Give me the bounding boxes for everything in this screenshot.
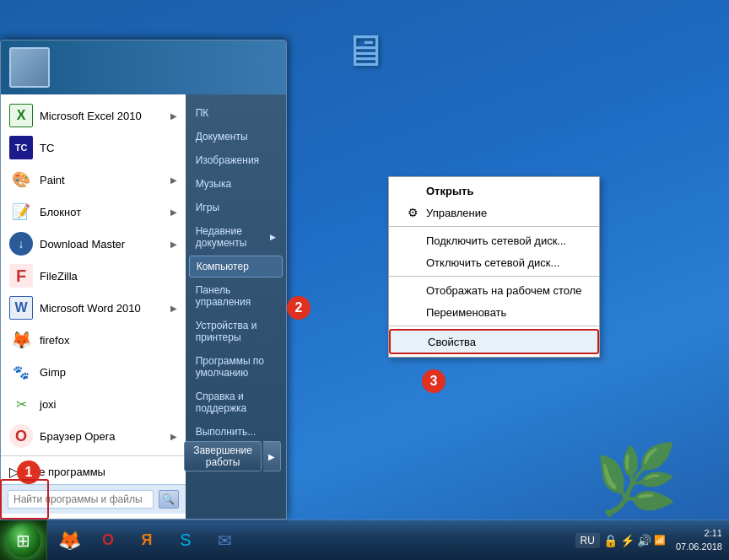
start-menu-item-filezilla[interactable]: F FileZilla <box>1 260 186 292</box>
start-menu-item-joxi[interactable]: ✂ joxi <box>1 388 186 420</box>
start-menu-search: 🔍 <box>1 484 186 514</box>
right-item-computer[interactable]: Компьютер <box>189 256 283 277</box>
right-item-images[interactable]: Изображения <box>186 148 286 172</box>
joxi-label: joxi <box>40 398 57 411</box>
pk-label: ПК <box>196 107 209 119</box>
ctx-manage-label: Управление <box>426 207 487 219</box>
right-item-panel[interactable]: Панель управления <box>186 278 286 314</box>
systray-icon-3: 🔊 <box>637 534 651 547</box>
shutdown-arrow-button[interactable]: ▶ <box>263 441 281 471</box>
right-item-docs[interactable]: Документы <box>186 125 286 148</box>
start-menu-item-gimp[interactable]: 🐾 Gimp <box>1 356 186 388</box>
disconnect-icon <box>406 256 419 269</box>
right-item-recent[interactable]: Недавние документы ▶ <box>186 219 286 255</box>
excel-icon: X <box>9 104 33 127</box>
start-menu-item-tc[interactable]: TC TC <box>1 132 186 164</box>
ctx-disconnect-label: Отключить сетевой диск... <box>426 256 559 269</box>
start-menu-body: X Microsoft Excel 2010 ▶ TC TC 🎨 Paint ▶ <box>1 94 286 519</box>
right-item-devices[interactable]: Устройства и принтеры <box>186 314 286 349</box>
ctx-open-label: Открыть <box>426 185 473 197</box>
right-item-games[interactable]: Игры <box>186 196 286 219</box>
right-item-help[interactable]: Справка и поддержка <box>186 385 286 420</box>
start-orb: ⊞ <box>7 524 40 557</box>
start-menu-item-paint[interactable]: 🎨 Paint ▶ <box>1 164 186 196</box>
ctx-show-desktop[interactable]: Отображать на рабочем столе <box>389 279 599 301</box>
ctx-map-drive[interactable]: Подключить сетевой диск... <box>389 229 599 251</box>
ctx-properties-label: Свойства <box>428 336 476 348</box>
context-menu: Открыть ⚙ Управление Подключить сетевой … <box>388 176 600 358</box>
gimp-label: Gimp <box>40 366 66 379</box>
games-label: Игры <box>196 202 219 213</box>
docs-label: Документы <box>196 131 248 143</box>
taskbar: ⊞ 🦊 O Я S ✉ RU 🔒 ⚡ 🔊 📶 2:11 07.06.2018 <box>0 520 729 560</box>
excel-arrow: ▶ <box>170 111 177 121</box>
start-menu: X Microsoft Excel 2010 ▶ TC TC 🎨 Paint ▶ <box>0 40 287 520</box>
firefox-icon: 🦊 <box>9 328 33 352</box>
map-drive-icon <box>406 234 419 247</box>
start-menu-header <box>1 40 286 94</box>
shutdown-button[interactable]: Завершение работы <box>184 441 262 471</box>
systray-icon-1: 🔒 <box>603 534 618 547</box>
paint-arrow: ▶ <box>170 175 177 185</box>
right-item-music[interactable]: Музыка <box>186 172 286 196</box>
start-menu-item-excel[interactable]: X Microsoft Excel 2010 ▶ <box>1 100 186 132</box>
help-label: Справка и поддержка <box>196 390 276 414</box>
excel-label: Microsoft Excel 2010 <box>40 110 142 122</box>
joxi-icon: ✂ <box>9 392 33 416</box>
taskbar-opera[interactable]: O <box>89 524 127 557</box>
dlmaster-label: Download Master <box>40 238 125 250</box>
notepad-icon: 📝 <box>9 200 33 223</box>
start-menu-item-word[interactable]: W Microsoft Word 2010 ▶ <box>1 292 186 324</box>
language-indicator[interactable]: RU <box>575 533 600 548</box>
ctx-properties[interactable]: Свойства <box>389 329 599 354</box>
manage-icon: ⚙ <box>406 206 419 219</box>
defaults-label: Программы по умолчанию <box>196 355 276 379</box>
ctx-open[interactable]: Открыть <box>389 180 599 202</box>
desktop-computer-icon[interactable]: 🖥 <box>343 25 386 76</box>
plant-decoration: 🌿 <box>594 440 678 520</box>
right-item-pk[interactable]: ПК <box>186 101 286 125</box>
taskbar-yandex[interactable]: Я <box>128 524 165 557</box>
opera-arrow: ▶ <box>170 432 177 441</box>
notepad-label: Блокнот <box>40 206 81 218</box>
computer-icon: 🖥 <box>343 25 386 76</box>
ctx-disconnect[interactable]: Отключить сетевой диск... <box>389 251 599 273</box>
desktop: 🖥 🌿 X Microsoft Excel 2010 ▶ TC TC <box>0 0 729 560</box>
properties-icon <box>408 335 421 348</box>
start-menu-item-notepad[interactable]: 📝 Блокнот ▶ <box>1 196 186 228</box>
word-icon: W <box>9 296 33 320</box>
word-label: Microsoft Word 2010 <box>40 302 141 315</box>
clock[interactable]: 2:11 07.06.2018 <box>669 527 722 553</box>
devices-label: Устройства и принтеры <box>196 320 276 343</box>
start-menu-item-firefox[interactable]: 🦊 firefox <box>1 324 186 356</box>
start-button[interactable]: ⊞ <box>0 520 47 561</box>
filezilla-icon: F <box>9 264 33 288</box>
start-menu-item-dlmaster[interactable]: ↓ Download Master ▶ <box>1 228 186 260</box>
ctx-map-drive-label: Подключить сетевой диск... <box>426 234 566 247</box>
systray-icon-2: ⚡ <box>620 534 634 547</box>
paint-label: Paint <box>40 174 65 186</box>
recent-arrow: ▶ <box>270 233 276 241</box>
opera-icon: O <box>9 424 33 448</box>
search-input[interactable] <box>8 490 154 509</box>
start-menu-item-opera[interactable]: O Браузер Opera ▶ <box>1 420 186 452</box>
dlmaster-arrow: ▶ <box>170 240 177 249</box>
annotation-2: 2 <box>287 296 310 320</box>
ctx-show-desktop-label: Отображать на рабочем столе <box>426 284 582 297</box>
systray-icons: 🔒 ⚡ 🔊 📶 <box>603 534 666 547</box>
right-item-defaults[interactable]: Программы по умолчанию <box>186 349 286 385</box>
windows-logo: ⊞ <box>16 530 30 551</box>
annotation-1: 1 <box>17 460 40 484</box>
start-menu-right-panel: ПК Документы Изображения Музыка Игры Нед… <box>186 94 286 519</box>
taskbar-email[interactable]: ✉ <box>206 524 243 557</box>
tc-icon: TC <box>9 136 33 159</box>
ctx-manage[interactable]: ⚙ Управление <box>389 202 599 223</box>
ctx-rename[interactable]: Переименовать <box>389 301 599 323</box>
tc-label: TC <box>40 142 54 154</box>
clock-date: 07.06.2018 <box>676 541 722 553</box>
search-button[interactable]: 🔍 <box>159 490 179 509</box>
taskbar-skype[interactable]: S <box>167 524 204 557</box>
taskbar-firefox[interactable]: 🦊 <box>51 524 88 557</box>
show-desktop-icon <box>406 283 419 297</box>
open-icon <box>406 184 419 197</box>
